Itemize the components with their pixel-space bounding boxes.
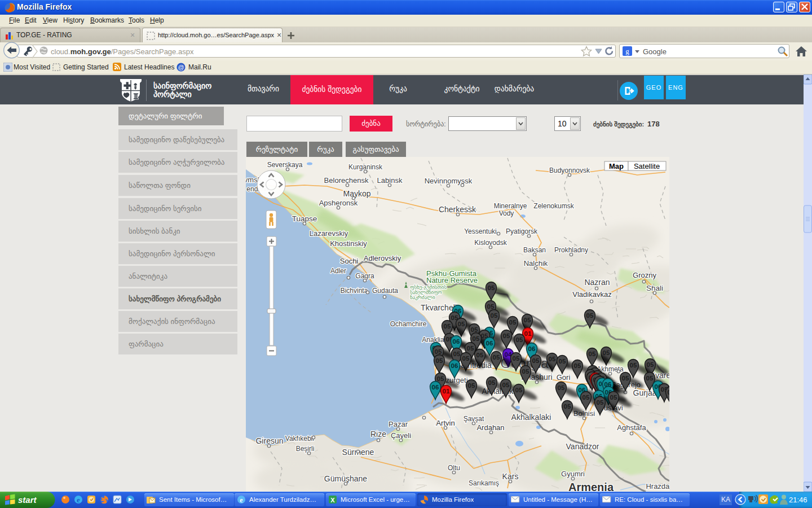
svg-text:Kars: Kars [502,472,519,481]
svg-text:05: 05 [622,375,629,382]
svg-text:Vakfıkebir: Vakfıkebir [285,435,315,443]
svg-text:05: 05 [462,355,470,362]
svg-text:Vody: Vody [499,209,514,217]
svg-text:05: 05 [473,335,480,342]
svg-text:05: 05 [589,351,596,357]
svg-text:Nature Reserve: Nature Reserve [426,276,478,284]
svg-text:Gümüşhane: Gümüşhane [324,474,367,483]
svg-text:05: 05 [493,354,500,361]
svg-text:e: e [240,496,243,504]
svg-text:05: 05 [513,355,520,362]
svg-text:05: 05 [503,332,510,339]
svg-text:start: start [18,495,37,505]
svg-text:05: 05 [476,352,484,358]
svg-text:01: 01 [443,388,450,395]
svg-text:Gudauta: Gudauta [372,287,398,295]
svg-text:06: 06 [453,338,460,345]
svg-text:05: 05 [610,394,617,401]
svg-text:05: 05 [453,351,461,357]
svg-text:05: 05 [488,284,495,291]
svg-text:Khostinskiy: Khostinskiy [330,239,367,248]
svg-text:06: 06 [451,362,458,369]
svg-text:e: e [77,496,80,504]
svg-text:Adler: Adler [330,267,346,275]
svg-text:Zelenokumsk: Zelenokumsk [533,202,574,210]
svg-text:05: 05 [458,321,465,327]
svg-text:Satellite: Satellite [634,162,660,170]
svg-text:Ochamchire: Ochamchire [390,320,427,328]
svg-text:05: 05 [435,348,442,355]
svg-text:Severskaya: Severskaya [267,161,303,169]
svg-text:Gori: Gori [557,373,571,382]
svg-text:05: 05 [444,323,451,330]
svg-text:05: 05 [668,389,669,396]
svg-text:Anaklia: Anaklia [422,336,444,344]
svg-text:05: 05 [549,356,556,362]
svg-text:Mineralnye: Mineralnye [494,202,527,210]
svg-text:05: 05 [516,336,523,343]
svg-text:Adlerovskiy: Adlerovskiy [364,254,401,262]
svg-text:Sochi: Sochi [340,257,359,265]
svg-text:Bichvinta: Bichvinta [341,287,368,295]
svg-text:05: 05 [559,358,566,365]
svg-text:05: 05 [509,319,517,326]
svg-text:05: 05 [558,384,565,391]
svg-text:05: 05 [487,303,495,310]
svg-text:06: 06 [528,345,536,352]
svg-text:05: 05 [524,317,531,323]
svg-text:@: @ [178,64,184,71]
svg-text:Belorechensk: Belorechensk [324,176,369,185]
svg-text:Nazran: Nazran [584,278,610,287]
svg-text:Aghstafa: Aghstafa [617,423,646,432]
svg-text:Yessentuki: Yessentuki [464,227,497,235]
svg-text:05: 05 [522,368,529,375]
svg-text:Vladikavkaz: Vladikavkaz [572,290,611,299]
svg-text:05: 05 [532,357,540,364]
svg-text:Beşirli: Beşirli [296,445,315,453]
svg-text:05: 05 [502,382,510,388]
svg-text:05: 05 [586,312,594,319]
svg-text:05: 05 [630,362,637,369]
svg-text:05: 05 [437,375,444,382]
svg-text:Hrazdan: Hrazdan [646,482,669,491]
svg-text:Maykop: Maykop [343,189,370,198]
svg-text:05: 05 [603,349,610,356]
svg-text:X: X [330,497,335,503]
svg-text:06: 06 [432,384,439,391]
svg-text:Cherkessk: Cherkessk [439,205,476,214]
svg-text:05: 05 [467,345,474,352]
svg-text:05: 05 [488,379,496,386]
svg-text:g: g [625,47,629,55]
svg-text:Pyatigorsk: Pyatigorsk [506,227,538,235]
svg-text:Tkvarcheli: Tkvarcheli [421,303,457,312]
svg-text:06: 06 [486,340,493,347]
svg-text:05: 05 [436,357,443,364]
svg-text:Map: Map [609,162,624,170]
svg-text:Vanadzor: Vanadzor [566,442,599,451]
svg-text:05: 05 [646,375,654,382]
svg-text:05: 05 [647,361,654,368]
svg-text:05: 05 [515,387,523,393]
svg-text:01: 01 [524,330,532,337]
svg-text:Akhalkalaki: Akhalkalaki [511,413,551,422]
svg-text:Ardahan: Ardahan [476,423,504,432]
svg-text:05: 05 [564,403,571,410]
svg-text:05: 05 [597,399,604,406]
svg-text:Giresun: Giresun [255,436,283,445]
svg-text:05: 05 [471,326,478,333]
svg-text:Sarıkamış: Sarıkamış [469,479,499,487]
svg-text:Grozny: Grozny [633,271,656,279]
svg-text:05: 05 [468,382,475,389]
svg-text:Rize: Rize [370,430,386,439]
svg-text:05: 05 [491,312,498,319]
svg-text:ნაკრძალი: ნაკრძალი [410,295,435,300]
svg-text:Armenia: Armenia [568,481,614,492]
svg-text:05: 05 [574,362,581,369]
svg-text:05: 05 [582,394,590,401]
svg-text:Lazarevskiy: Lazarevskiy [310,229,348,238]
